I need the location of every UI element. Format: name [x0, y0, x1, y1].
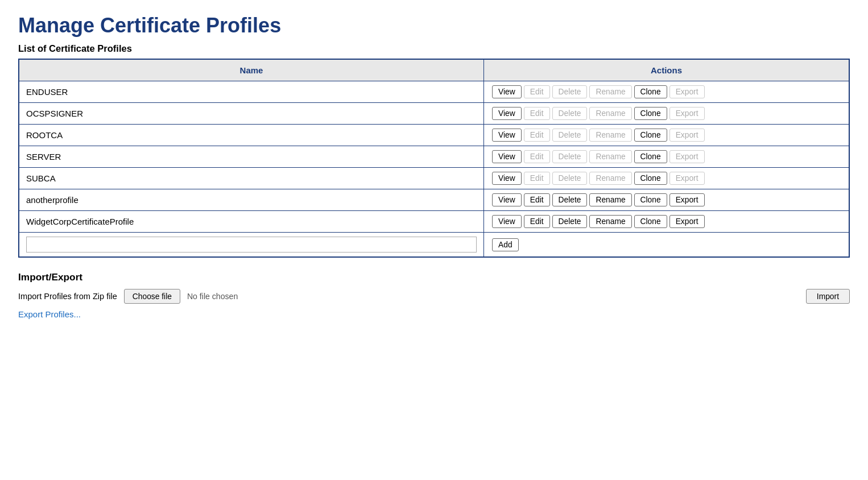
- profile-name: anotherprofile: [19, 189, 484, 211]
- action-view-button[interactable]: View: [492, 193, 522, 206]
- action-clone-button[interactable]: Clone: [634, 107, 667, 120]
- action-delete-button[interactable]: Delete: [552, 215, 588, 228]
- action-edit-button: Edit: [524, 85, 550, 98]
- export-profiles-link[interactable]: Export Profiles...: [18, 309, 81, 319]
- import-label: Import Profiles from Zip file: [18, 292, 117, 301]
- choose-file-button[interactable]: Choose file: [124, 289, 180, 304]
- action-export-button: Export: [669, 172, 705, 185]
- action-export-button[interactable]: Export: [669, 193, 705, 206]
- action-view-button[interactable]: View: [492, 85, 522, 98]
- action-edit-button[interactable]: Edit: [524, 193, 550, 206]
- profile-name: OCSPSIGNER: [19, 103, 484, 125]
- action-delete-button: Delete: [552, 129, 588, 142]
- profile-actions: ViewEditDeleteRenameCloneExport: [484, 146, 849, 168]
- profile-actions: ViewEditDeleteRenameCloneExport: [484, 81, 849, 103]
- action-edit-button[interactable]: Edit: [524, 215, 550, 228]
- no-file-text: No file chosen: [187, 292, 238, 301]
- table-row: ENDUSERViewEditDeleteRenameCloneExport: [19, 81, 849, 103]
- action-delete-button: Delete: [552, 107, 588, 120]
- action-view-button[interactable]: View: [492, 107, 522, 120]
- action-rename-button[interactable]: Rename: [589, 215, 631, 228]
- add-profile-row: Add: [19, 233, 849, 258]
- profile-name: WidgetCorpCertificateProfile: [19, 211, 484, 233]
- action-rename-button: Rename: [589, 129, 631, 142]
- action-export-button: Export: [669, 129, 705, 142]
- action-edit-button: Edit: [524, 172, 550, 185]
- import-export-title: Import/Export: [18, 271, 850, 283]
- profile-name: SUBCA: [19, 168, 484, 189]
- profile-name: ENDUSER: [19, 81, 484, 103]
- import-export-section: Import/Export Import Profiles from Zip f…: [18, 271, 850, 319]
- table-row: SUBCAViewEditDeleteRenameCloneExport: [19, 168, 849, 189]
- action-edit-button: Edit: [524, 129, 550, 142]
- import-row: Import Profiles from Zip file Choose fil…: [18, 289, 850, 304]
- table-row: WidgetCorpCertificateProfileViewEditDele…: [19, 211, 849, 233]
- table-row: anotherprofileViewEditDeleteRenameCloneE…: [19, 189, 849, 211]
- action-view-button[interactable]: View: [492, 129, 522, 142]
- page-title: Manage Certificate Profiles: [18, 14, 850, 38]
- action-delete-button: Delete: [552, 85, 588, 98]
- action-clone-button[interactable]: Clone: [634, 85, 667, 98]
- table-row: OCSPSIGNERViewEditDeleteRenameCloneExpor…: [19, 103, 849, 125]
- action-delete-button[interactable]: Delete: [552, 193, 588, 206]
- profile-name: SERVER: [19, 146, 484, 168]
- action-edit-button: Edit: [524, 150, 550, 163]
- action-rename-button: Rename: [589, 172, 631, 185]
- list-subtitle: List of Certificate Profiles: [18, 43, 850, 54]
- col-name: Name: [19, 59, 484, 81]
- table-row: SERVERViewEditDeleteRenameCloneExport: [19, 146, 849, 168]
- action-rename-button: Rename: [589, 150, 631, 163]
- action-clone-button[interactable]: Clone: [634, 193, 667, 206]
- action-export-button[interactable]: Export: [669, 215, 705, 228]
- add-profile-button[interactable]: Add: [492, 238, 519, 251]
- action-clone-button[interactable]: Clone: [634, 215, 667, 228]
- action-edit-button: Edit: [524, 107, 550, 120]
- profile-name: ROOTCA: [19, 125, 484, 146]
- table-row: ROOTCAViewEditDeleteRenameCloneExport: [19, 125, 849, 146]
- action-clone-button[interactable]: Clone: [634, 150, 667, 163]
- action-export-button: Export: [669, 107, 705, 120]
- profile-actions: ViewEditDeleteRenameCloneExport: [484, 189, 849, 211]
- profile-actions: ViewEditDeleteRenameCloneExport: [484, 211, 849, 233]
- certificate-profiles-table: Name Actions ENDUSERViewEditDeleteRename…: [18, 59, 850, 258]
- profile-actions: ViewEditDeleteRenameCloneExport: [484, 125, 849, 146]
- action-rename-button: Rename: [589, 85, 631, 98]
- col-actions: Actions: [484, 59, 849, 81]
- add-button-cell: Add: [484, 233, 849, 258]
- profile-actions: ViewEditDeleteRenameCloneExport: [484, 103, 849, 125]
- action-export-button: Export: [669, 85, 705, 98]
- action-delete-button: Delete: [552, 150, 588, 163]
- action-rename-button[interactable]: Rename: [589, 193, 631, 206]
- profile-actions: ViewEditDeleteRenameCloneExport: [484, 168, 849, 189]
- add-profile-input-cell: [19, 233, 484, 258]
- action-rename-button: Rename: [589, 107, 631, 120]
- action-view-button[interactable]: View: [492, 172, 522, 185]
- action-view-button[interactable]: View: [492, 215, 522, 228]
- action-delete-button: Delete: [552, 172, 588, 185]
- import-button[interactable]: Import: [806, 289, 850, 304]
- new-profile-input[interactable]: [26, 237, 477, 253]
- action-export-button: Export: [669, 150, 705, 163]
- action-view-button[interactable]: View: [492, 150, 522, 163]
- action-clone-button[interactable]: Clone: [634, 129, 667, 142]
- action-clone-button[interactable]: Clone: [634, 172, 667, 185]
